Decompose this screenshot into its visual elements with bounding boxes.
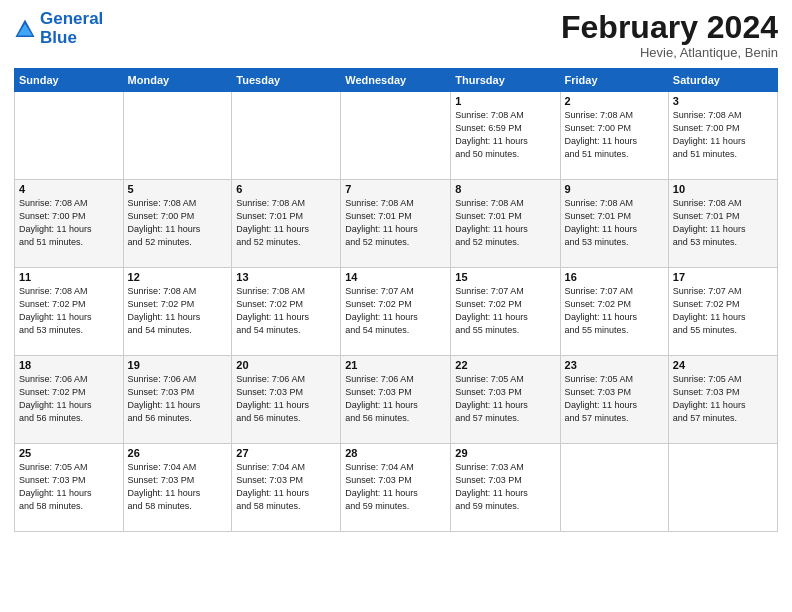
calendar-cell (341, 92, 451, 180)
day-number: 28 (345, 447, 446, 459)
day-info: Sunrise: 7:08 AMSunset: 7:00 PMDaylight:… (565, 109, 664, 161)
day-number: 21 (345, 359, 446, 371)
day-info: Sunrise: 7:04 AMSunset: 7:03 PMDaylight:… (236, 461, 336, 513)
calendar-week-row: 4Sunrise: 7:08 AMSunset: 7:00 PMDaylight… (15, 180, 778, 268)
calendar-cell: 24Sunrise: 7:05 AMSunset: 7:03 PMDayligh… (668, 356, 777, 444)
day-info: Sunrise: 7:08 AMSunset: 7:02 PMDaylight:… (128, 285, 228, 337)
day-number: 3 (673, 95, 773, 107)
calendar-cell: 5Sunrise: 7:08 AMSunset: 7:00 PMDaylight… (123, 180, 232, 268)
day-info: Sunrise: 7:05 AMSunset: 7:03 PMDaylight:… (673, 373, 773, 425)
weekday-header-sunday: Sunday (15, 69, 124, 92)
calendar-cell (232, 92, 341, 180)
calendar-cell: 17Sunrise: 7:07 AMSunset: 7:02 PMDayligh… (668, 268, 777, 356)
calendar-cell: 14Sunrise: 7:07 AMSunset: 7:02 PMDayligh… (341, 268, 451, 356)
calendar-week-row: 25Sunrise: 7:05 AMSunset: 7:03 PMDayligh… (15, 444, 778, 532)
location-subtitle: Hevie, Atlantique, Benin (561, 45, 778, 60)
day-number: 15 (455, 271, 555, 283)
day-number: 22 (455, 359, 555, 371)
calendar-cell: 18Sunrise: 7:06 AMSunset: 7:02 PMDayligh… (15, 356, 124, 444)
day-number: 8 (455, 183, 555, 195)
day-info: Sunrise: 7:07 AMSunset: 7:02 PMDaylight:… (565, 285, 664, 337)
day-info: Sunrise: 7:08 AMSunset: 7:01 PMDaylight:… (673, 197, 773, 249)
day-info: Sunrise: 7:06 AMSunset: 7:03 PMDaylight:… (345, 373, 446, 425)
calendar-cell: 3Sunrise: 7:08 AMSunset: 7:00 PMDaylight… (668, 92, 777, 180)
day-number: 29 (455, 447, 555, 459)
day-info: Sunrise: 7:08 AMSunset: 7:01 PMDaylight:… (565, 197, 664, 249)
day-number: 16 (565, 271, 664, 283)
calendar-cell: 20Sunrise: 7:06 AMSunset: 7:03 PMDayligh… (232, 356, 341, 444)
day-info: Sunrise: 7:08 AMSunset: 7:02 PMDaylight:… (19, 285, 119, 337)
day-info: Sunrise: 7:07 AMSunset: 7:02 PMDaylight:… (345, 285, 446, 337)
day-info: Sunrise: 7:08 AMSunset: 7:02 PMDaylight:… (236, 285, 336, 337)
day-number: 20 (236, 359, 336, 371)
day-info: Sunrise: 7:05 AMSunset: 7:03 PMDaylight:… (455, 373, 555, 425)
day-number: 4 (19, 183, 119, 195)
calendar-week-row: 1Sunrise: 7:08 AMSunset: 6:59 PMDaylight… (15, 92, 778, 180)
day-info: Sunrise: 7:08 AMSunset: 7:00 PMDaylight:… (128, 197, 228, 249)
day-number: 17 (673, 271, 773, 283)
day-number: 5 (128, 183, 228, 195)
day-number: 2 (565, 95, 664, 107)
month-title: February 2024 (561, 10, 778, 45)
day-info: Sunrise: 7:03 AMSunset: 7:03 PMDaylight:… (455, 461, 555, 513)
calendar-cell: 19Sunrise: 7:06 AMSunset: 7:03 PMDayligh… (123, 356, 232, 444)
day-number: 9 (565, 183, 664, 195)
day-info: Sunrise: 7:08 AMSunset: 7:00 PMDaylight:… (19, 197, 119, 249)
calendar-container: General Blue February 2024 Hevie, Atlant… (0, 0, 792, 612)
weekday-header-row: SundayMondayTuesdayWednesdayThursdayFrid… (15, 69, 778, 92)
calendar-cell: 7Sunrise: 7:08 AMSunset: 7:01 PMDaylight… (341, 180, 451, 268)
calendar-cell: 28Sunrise: 7:04 AMSunset: 7:03 PMDayligh… (341, 444, 451, 532)
calendar-cell (560, 444, 668, 532)
calendar-cell: 25Sunrise: 7:05 AMSunset: 7:03 PMDayligh… (15, 444, 124, 532)
day-info: Sunrise: 7:08 AMSunset: 7:00 PMDaylight:… (673, 109, 773, 161)
day-info: Sunrise: 7:06 AMSunset: 7:02 PMDaylight:… (19, 373, 119, 425)
day-info: Sunrise: 7:06 AMSunset: 7:03 PMDaylight:… (128, 373, 228, 425)
weekday-header-tuesday: Tuesday (232, 69, 341, 92)
calendar-cell: 8Sunrise: 7:08 AMSunset: 7:01 PMDaylight… (451, 180, 560, 268)
calendar-cell: 27Sunrise: 7:04 AMSunset: 7:03 PMDayligh… (232, 444, 341, 532)
calendar-cell (123, 92, 232, 180)
day-number: 19 (128, 359, 228, 371)
calendar-cell: 12Sunrise: 7:08 AMSunset: 7:02 PMDayligh… (123, 268, 232, 356)
logo-icon (14, 18, 36, 40)
calendar-cell: 16Sunrise: 7:07 AMSunset: 7:02 PMDayligh… (560, 268, 668, 356)
calendar-cell: 10Sunrise: 7:08 AMSunset: 7:01 PMDayligh… (668, 180, 777, 268)
weekday-header-saturday: Saturday (668, 69, 777, 92)
day-info: Sunrise: 7:05 AMSunset: 7:03 PMDaylight:… (19, 461, 119, 513)
day-info: Sunrise: 7:08 AMSunset: 6:59 PMDaylight:… (455, 109, 555, 161)
day-number: 26 (128, 447, 228, 459)
day-number: 25 (19, 447, 119, 459)
day-number: 6 (236, 183, 336, 195)
day-number: 11 (19, 271, 119, 283)
calendar-cell: 15Sunrise: 7:07 AMSunset: 7:02 PMDayligh… (451, 268, 560, 356)
logo-text: General Blue (40, 10, 103, 47)
calendar-cell: 29Sunrise: 7:03 AMSunset: 7:03 PMDayligh… (451, 444, 560, 532)
title-block: February 2024 Hevie, Atlantique, Benin (561, 10, 778, 60)
day-number: 14 (345, 271, 446, 283)
day-number: 18 (19, 359, 119, 371)
day-number: 12 (128, 271, 228, 283)
calendar-week-row: 11Sunrise: 7:08 AMSunset: 7:02 PMDayligh… (15, 268, 778, 356)
day-info: Sunrise: 7:07 AMSunset: 7:02 PMDaylight:… (455, 285, 555, 337)
day-number: 7 (345, 183, 446, 195)
day-info: Sunrise: 7:06 AMSunset: 7:03 PMDaylight:… (236, 373, 336, 425)
calendar-cell: 4Sunrise: 7:08 AMSunset: 7:00 PMDaylight… (15, 180, 124, 268)
day-number: 27 (236, 447, 336, 459)
day-info: Sunrise: 7:04 AMSunset: 7:03 PMDaylight:… (128, 461, 228, 513)
weekday-header-friday: Friday (560, 69, 668, 92)
weekday-header-thursday: Thursday (451, 69, 560, 92)
calendar-header: General Blue February 2024 Hevie, Atlant… (14, 10, 778, 60)
day-number: 23 (565, 359, 664, 371)
calendar-table: SundayMondayTuesdayWednesdayThursdayFrid… (14, 68, 778, 532)
day-info: Sunrise: 7:08 AMSunset: 7:01 PMDaylight:… (345, 197, 446, 249)
calendar-cell: 26Sunrise: 7:04 AMSunset: 7:03 PMDayligh… (123, 444, 232, 532)
calendar-cell: 6Sunrise: 7:08 AMSunset: 7:01 PMDaylight… (232, 180, 341, 268)
logo: General Blue (14, 10, 103, 47)
day-number: 13 (236, 271, 336, 283)
day-info: Sunrise: 7:05 AMSunset: 7:03 PMDaylight:… (565, 373, 664, 425)
day-info: Sunrise: 7:07 AMSunset: 7:02 PMDaylight:… (673, 285, 773, 337)
day-number: 24 (673, 359, 773, 371)
day-number: 1 (455, 95, 555, 107)
day-info: Sunrise: 7:04 AMSunset: 7:03 PMDaylight:… (345, 461, 446, 513)
calendar-cell: 9Sunrise: 7:08 AMSunset: 7:01 PMDaylight… (560, 180, 668, 268)
